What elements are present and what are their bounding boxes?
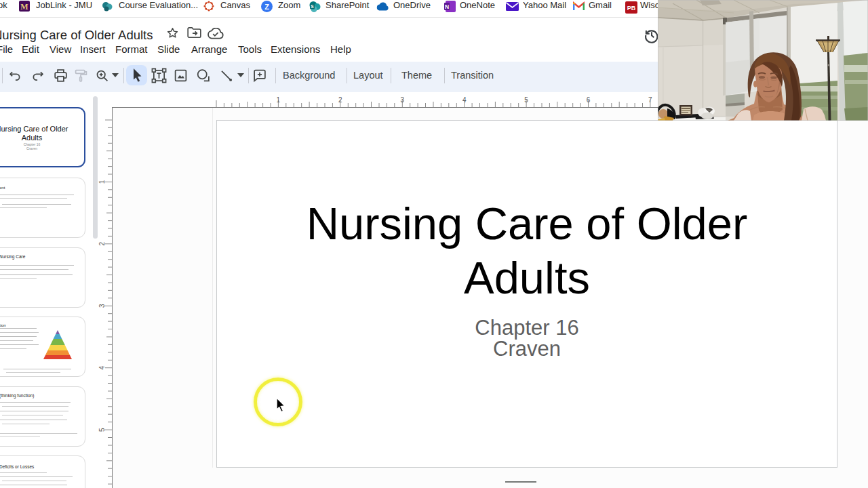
svg-text:6: 6: [587, 96, 591, 104]
svg-text:7: 7: [648, 96, 652, 104]
svg-text:2: 2: [338, 96, 342, 104]
svg-text:4: 4: [462, 96, 467, 104]
svg-text:5: 5: [98, 428, 106, 432]
svg-text:1: 1: [98, 180, 106, 184]
svg-text:3: 3: [401, 96, 405, 104]
svg-text:2: 2: [98, 242, 106, 246]
svg-text:5: 5: [524, 96, 528, 104]
svg-text:4: 4: [98, 365, 106, 369]
svg-text:1: 1: [277, 96, 281, 104]
svg-text:3: 3: [98, 304, 106, 308]
